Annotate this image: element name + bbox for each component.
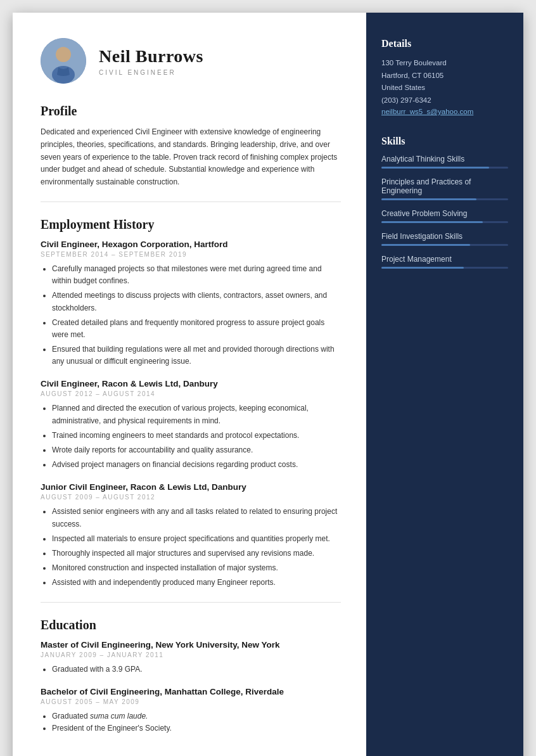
edu-2: Bachelor of Civil Engineering, Manhattan… (41, 687, 341, 734)
skill-5-bar-bg (381, 267, 508, 269)
job-3-bullets: Assisted senior engineers with any and a… (41, 506, 341, 589)
job-2-title: Civil Engineer, Racon & Lewis Ltd, Danbu… (41, 379, 341, 388)
list-item: Graduated with a 3.9 GPA. (52, 663, 341, 676)
edu-1-degree: Master of Civil Engineering, New York Un… (41, 640, 341, 650)
resume-container: Neil Burrows Civil Engineer Profile Dedi… (13, 13, 523, 756)
job-1: Civil Engineer, Hexagon Corporation, Har… (41, 240, 341, 368)
job-3: Junior Civil Engineer, Racon & Lewis Ltd… (41, 482, 341, 589)
job-1-title: Civil Engineer, Hexagon Corporation, Har… (41, 240, 341, 249)
edu-1-dates: January 2009 – January 2011 (41, 651, 341, 658)
resume-header: Neil Burrows Civil Engineer (41, 38, 341, 84)
candidate-title: Civil Engineer (99, 69, 203, 76)
skill-3-bar-fill (381, 221, 483, 223)
skill-1-bar-bg (381, 167, 508, 169)
skill-5-name: Project Management (381, 255, 508, 264)
list-item: President of the Engineer's Society. (52, 722, 341, 734)
job-1-dates: September 2014 – September 2019 (41, 251, 341, 258)
header-text: Neil Burrows Civil Engineer (99, 46, 203, 76)
list-item: Inspected all materials to ensure projec… (52, 533, 341, 545)
education-section-title: Education (41, 618, 341, 632)
candidate-name: Neil Burrows (99, 46, 203, 67)
skill-1: Analytical Thinking Skills (381, 155, 508, 169)
right-column: Details 130 Terry Boulevard Hartford, CT… (366, 13, 523, 756)
job-3-dates: August 2009 – August 2012 (41, 494, 341, 501)
skill-4: Field Investigation Skills (381, 232, 508, 246)
job-1-bullets: Carefully managed projects so that miles… (41, 263, 341, 368)
job-2-bullets: Planned and directed the execution of va… (41, 402, 341, 471)
email-link[interactable]: neilburr_ws5_s@yahoo.com (381, 108, 508, 115)
edu-1: Master of Civil Engineering, New York Un… (41, 640, 341, 676)
address-line1: 130 Terry Boulevard (381, 57, 508, 70)
avatar (41, 38, 86, 84)
list-item: Attended meetings to discuss projects wi… (52, 290, 341, 314)
edu-2-degree: Bachelor of Civil Engineering, Manhattan… (41, 687, 341, 696)
list-item: Graduated suma cum laude. (52, 710, 341, 722)
edu-1-bullets: Graduated with a 3.9 GPA. (41, 663, 341, 676)
skill-1-bar-fill (381, 167, 489, 169)
left-column: Neil Burrows Civil Engineer Profile Dedi… (13, 13, 366, 756)
skill-2: Principles and Practices of Engineering (381, 177, 508, 200)
svg-point-1 (56, 47, 71, 62)
profile-text: Dedicated and experienced Civil Engineer… (41, 126, 341, 189)
divider-1 (41, 202, 341, 202)
skill-4-bar-bg (381, 244, 508, 246)
skill-3-bar-bg (381, 221, 508, 223)
list-item: Assisted senior engineers with any and a… (52, 506, 341, 530)
skill-3-name: Creative Problem Solving (381, 209, 508, 218)
skill-2-bar-fill (381, 198, 476, 200)
skill-4-name: Field Investigation Skills (381, 232, 508, 241)
skill-2-bar-bg (381, 198, 508, 200)
divider-2 (41, 602, 341, 603)
skill-4-bar-fill (381, 244, 470, 246)
list-item: Advised project managers on financial de… (52, 459, 341, 471)
edu-2-dates: August 2005 – May 2009 (41, 698, 341, 705)
list-item: Monitored construction and inspected ins… (52, 562, 341, 574)
edu-2-bullets: Graduated suma cum laude. President of t… (41, 710, 341, 734)
address-line2: Hartford, CT 06105 (381, 70, 508, 82)
skill-2-name: Principles and Practices of Engineering (381, 177, 508, 195)
phone: (203) 297-6342 (381, 94, 508, 107)
list-item: Trained incoming engineers to meet stand… (52, 430, 341, 442)
country: United States (381, 82, 508, 94)
skill-3: Creative Problem Solving (381, 209, 508, 223)
details-section-title: Details (381, 38, 508, 49)
job-3-title: Junior Civil Engineer, Racon & Lewis Ltd… (41, 482, 341, 492)
employment-section-title: Employment History (41, 217, 341, 232)
list-item: Carefully managed projects so that miles… (52, 263, 341, 287)
job-2-dates: August 2012 – August 2014 (41, 390, 341, 397)
skills-section-title: Skills (381, 136, 508, 147)
skill-1-name: Analytical Thinking Skills (381, 155, 508, 163)
job-2: Civil Engineer, Racon & Lewis Ltd, Danbu… (41, 379, 341, 471)
list-item: Ensured that building regulations were a… (52, 343, 341, 368)
skill-5-bar-fill (381, 267, 464, 269)
profile-section-title: Profile (41, 104, 341, 119)
list-item: Created detailed plans and frequently mo… (52, 317, 341, 341)
list-item: Assisted with and independently produced… (52, 577, 341, 589)
skill-5: Project Management (381, 255, 508, 269)
list-item: Wrote daily reports for accountability a… (52, 444, 341, 456)
list-item: Thoroughly inspected all major structure… (52, 548, 341, 560)
list-item: Planned and directed the execution of va… (52, 402, 341, 426)
